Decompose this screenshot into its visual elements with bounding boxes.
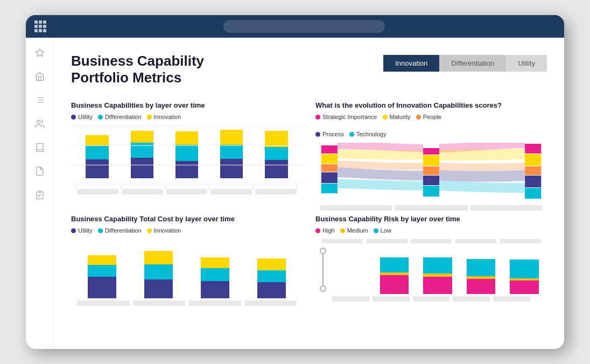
chart4-legend: High Medium Low: [315, 227, 547, 234]
svg-rect-12: [321, 154, 338, 164]
legend-technology: Technology: [349, 131, 387, 137]
svg-marker-0: [36, 49, 44, 57]
legend-innovation: Innovation: [147, 114, 181, 120]
svg-rect-25: [525, 188, 541, 199]
chart2-card: What is the evolution of Innovation Capa…: [315, 101, 547, 202]
svg-rect-20: [423, 186, 439, 197]
page-title: Business Capability Portfolio Metrics: [71, 53, 204, 86]
svg-rect-17: [423, 155, 439, 166]
svg-rect-16: [423, 148, 439, 155]
sidebar-item-list[interactable]: [33, 94, 46, 107]
svg-rect-21: [525, 144, 541, 153]
diff-dot: [98, 115, 103, 120]
legend-strategic: Strategic Importance: [315, 114, 377, 120]
legend3-differentiation: Differentiation: [98, 227, 142, 234]
svg-rect-23: [525, 166, 541, 175]
chart4-card: Business Capability Risk by layer over t…: [315, 215, 547, 309]
legend4-medium: Medium: [340, 227, 368, 234]
strategic-dot: [315, 115, 320, 120]
svg-rect-14: [321, 172, 338, 183]
legend-people: People: [416, 114, 441, 120]
tab-innovation[interactable]: Innovation: [383, 55, 439, 72]
process-dot: [315, 132, 320, 137]
legend-utility: Utility: [71, 114, 93, 120]
browser-frame: Business Capability Portfolio Metrics In…: [26, 15, 564, 349]
chart3-card: Business Capability Total Cost by layer …: [71, 215, 303, 309]
legend4-high: High: [315, 227, 335, 234]
sidebar-item-users[interactable]: [33, 117, 46, 130]
legend3-innovation: Innovation: [147, 227, 181, 234]
c4-medium-dot: [340, 228, 345, 233]
svg-rect-19: [423, 176, 439, 185]
chart1-card: Business Capabilities by layer over time…: [71, 101, 303, 202]
chart1-area: — —: [71, 125, 303, 195]
svg-rect-8: [38, 191, 41, 193]
c4-high-dot: [315, 228, 320, 233]
page-header: Business Capability Portfolio Metrics In…: [71, 53, 547, 86]
people-dot: [416, 115, 421, 120]
svg-rect-18: [423, 166, 439, 175]
svg-rect-11: [321, 145, 338, 153]
tab-differentiation[interactable]: Differentiation: [439, 55, 506, 72]
chart3-title: Business Capability Total Cost by layer …: [71, 215, 303, 223]
legend3-utility: Utility: [71, 227, 93, 234]
utility-dot: [71, 115, 76, 120]
chart2-legend: Strategic Importance Maturity People: [315, 114, 547, 137]
tab-utility[interactable]: Utility: [506, 55, 547, 72]
chart1-legend: Utility Differentiation Innovation: [71, 114, 303, 120]
maturity-dot: [383, 115, 388, 120]
sidebar-item-clipboard[interactable]: [33, 188, 46, 201]
main-content: Business Capability Portfolio Metrics In…: [54, 38, 564, 349]
innov-dot: [147, 115, 152, 120]
chart2-title: What is the evolution of Innovation Capa…: [315, 101, 547, 109]
chart3-legend: Utility Differentiation Innovation: [71, 227, 303, 234]
legend-maturity: Maturity: [383, 114, 411, 120]
address-bar[interactable]: [223, 20, 385, 33]
chart4-title: Business Capability Risk by layer over t…: [315, 215, 547, 223]
chart4-area: [315, 239, 547, 309]
legend4-low: Low: [374, 227, 391, 234]
svg-rect-24: [525, 176, 541, 187]
sidebar-item-file[interactable]: [33, 165, 46, 178]
c3-utility-dot: [71, 228, 76, 233]
sidebar: [26, 38, 54, 349]
legend-process: Process: [315, 131, 344, 137]
chart3-area: [71, 239, 303, 309]
c3-innov-dot: [147, 228, 152, 233]
technology-dot: [349, 132, 354, 137]
alluvial-chart: [315, 143, 547, 202]
sidebar-item-book[interactable]: [33, 141, 46, 154]
c4-low-dot: [374, 228, 378, 233]
tab-group: Innovation Differentiation Utility: [383, 55, 547, 72]
svg-rect-15: [321, 184, 338, 193]
charts-grid: Business Capabilities by layer over time…: [71, 101, 547, 309]
chart2-area: [315, 143, 547, 202]
svg-point-7: [37, 120, 40, 123]
browser-body: Business Capability Portfolio Metrics In…: [26, 38, 564, 349]
sidebar-item-star[interactable]: [33, 46, 46, 59]
grid-icon: [34, 20, 46, 32]
svg-rect-22: [525, 154, 541, 166]
c3-diff-dot: [98, 228, 103, 233]
svg-rect-13: [321, 164, 338, 172]
sidebar-item-home[interactable]: [33, 70, 46, 83]
chart1-title: Business Capabilities by layer over time: [71, 101, 303, 109]
browser-chrome: [26, 15, 564, 38]
legend-differentiation: Differentiation: [98, 114, 142, 120]
